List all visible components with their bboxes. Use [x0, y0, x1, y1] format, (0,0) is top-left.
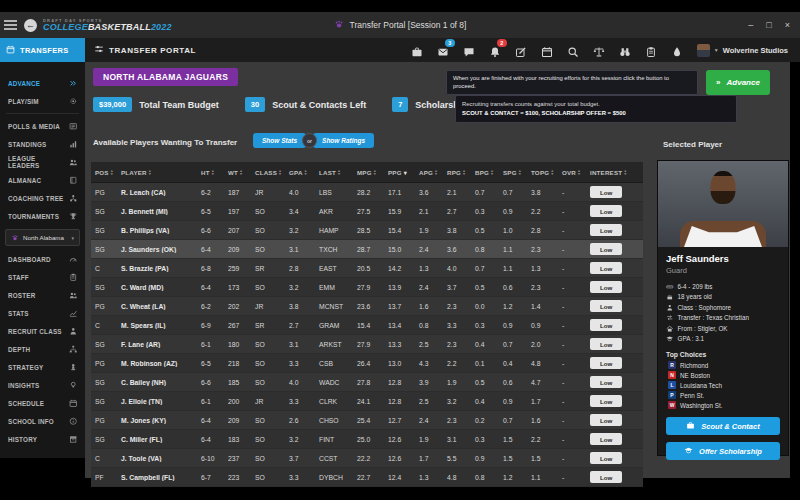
interest-button[interactable]: Low	[590, 452, 622, 464]
user-menu[interactable]: ▼ Wolverine Studios	[697, 44, 788, 57]
back-button[interactable]: ←	[24, 19, 37, 32]
interest-button[interactable]: Low	[590, 300, 622, 312]
column-header-ppg[interactable]: PPG▾	[384, 169, 415, 176]
binoculars-icon[interactable]	[619, 44, 631, 56]
offer-scholarship-button[interactable]: Offer Scholarship	[666, 442, 780, 460]
minimize-button[interactable]: –	[748, 20, 753, 30]
interest-button[interactable]: Low	[590, 433, 622, 445]
interest-button[interactable]: Low	[590, 471, 622, 483]
sidebar-item-play-sim[interactable]: PLAY/SIM	[0, 92, 85, 110]
player-row[interactable]: SGF. Lane (AR)6-1180SO3.1ARKST27.913.32.…	[91, 335, 643, 354]
search-icon[interactable]	[567, 44, 579, 56]
mail-icon[interactable]: 3	[437, 44, 449, 56]
chat-icon[interactable]	[463, 44, 475, 56]
show-ratings-button[interactable]: Show Ratings	[313, 133, 374, 148]
table-cell-apg: 2.4	[415, 246, 443, 253]
sidebar-item-tournaments[interactable]: TOURNAMENTS	[0, 207, 85, 225]
column-header-rpg[interactable]: RPG▴▾	[443, 169, 471, 176]
advance-button[interactable]: » Advance	[706, 70, 770, 95]
team-select-dropdown[interactable]: North Alabama▾	[5, 229, 80, 246]
player-row[interactable]: SGC. Miller (FL)6-4183SO3.2FINT25.012.61…	[91, 430, 643, 449]
column-header-bpg[interactable]: BPG▴▾	[471, 169, 499, 176]
sidebar-item-dashboard[interactable]: DASHBOARD	[0, 250, 85, 268]
briefcase-icon[interactable]	[411, 44, 423, 56]
player-row[interactable]: PGC. Wheat (LA)6-2202JR3.8MCNST23.613.71…	[91, 297, 643, 316]
budget-label: Scout & Contacts Left	[272, 100, 366, 110]
column-header-topg[interactable]: TOPG▴▾	[527, 169, 558, 176]
sidebar-item-almanac[interactable]: ALMANAC	[0, 171, 85, 189]
sidebar-item-polls-media[interactable]: POLLS & MEDIA	[0, 117, 85, 135]
interest-button[interactable]: Low	[590, 205, 622, 217]
player-row[interactable]: PFS. Campbell (FL)6-7223SO3.3DYBCH22.712…	[91, 468, 643, 487]
player-row[interactable]: SGC. Ward (MD)6-4173SO3.2EMM27.913.92.43…	[91, 278, 643, 297]
player-row[interactable]: SGJ. Bennett (MI)6-5197SO3.4AKR27.515.92…	[91, 202, 643, 221]
table-cell-ovr: -	[558, 246, 586, 253]
sidebar-item-coaching-tree[interactable]: COACHING TREE	[0, 189, 85, 207]
table-cell-mpg: 15.4	[353, 322, 384, 329]
interest-button[interactable]: Low	[590, 376, 622, 388]
sidebar-item-school-info[interactable]: SCHOOL INFO	[0, 412, 85, 430]
table-cell-player: C. Miller (FL)	[117, 436, 197, 443]
sidebar-item-advance[interactable]: ADVANCE	[0, 74, 85, 92]
player-row[interactable]: SGJ. Elloie (TN)6-1200JR3.3CLRK24.112.82…	[91, 392, 643, 411]
column-header-wt[interactable]: WT▴▾	[224, 169, 251, 176]
bell-icon[interactable]: 2	[489, 44, 501, 56]
interest-button[interactable]: Low	[590, 224, 622, 236]
show-stats-button[interactable]: Show Stats	[253, 133, 306, 148]
maximize-button[interactable]: □	[766, 20, 771, 30]
hamburger-menu-icon[interactable]	[4, 20, 17, 30]
calendar-icon[interactable]	[541, 44, 553, 56]
column-header-player[interactable]: PLAYER▴▾	[117, 169, 197, 176]
close-button[interactable]: ×	[785, 20, 790, 30]
sidebar-item-depth[interactable]: DEPTH	[0, 340, 85, 358]
column-header-class[interactable]: CLASS▴▾	[251, 169, 285, 176]
sidebar-item-standings[interactable]: STANDINGS	[0, 135, 85, 153]
sidebar-item-league-leaders[interactable]: LEAGUE LEADERS	[0, 153, 85, 171]
interest-button[interactable]: Low	[590, 281, 622, 293]
player-row[interactable]: CS. Brazzle (PA)6-8259SR2.8EAST20.514.21…	[91, 259, 643, 278]
scout-contact-button[interactable]: Scout & Contact	[666, 417, 780, 435]
scale-icon[interactable]	[593, 44, 605, 56]
chat-icon	[463, 46, 475, 58]
sidebar-item-schedule[interactable]: SCHEDULE	[0, 394, 85, 412]
interest-button[interactable]: Low	[590, 395, 622, 407]
gradcap-icon	[684, 446, 693, 457]
column-header-interest[interactable]: INTEREST▴▾	[586, 169, 643, 176]
interest-button[interactable]: Low	[590, 243, 622, 255]
column-header-mpg[interactable]: MPG▴▾	[353, 169, 384, 176]
clipboard-icon[interactable]	[645, 44, 657, 56]
sidebar-item-strategy[interactable]: STRATEGY	[0, 358, 85, 376]
player-row[interactable]: SGB. Phillips (VA)6-6207SO3.2HAMP28.515.…	[91, 221, 643, 240]
column-header-spg[interactable]: SPG▴▾	[499, 169, 527, 176]
player-row[interactable]: CM. Spears (IL)6-9267SR2.7GRAM15.413.40.…	[91, 316, 643, 335]
column-header-ht[interactable]: HT▴▾	[197, 169, 224, 176]
droplet-icon[interactable]	[671, 44, 683, 56]
interest-button[interactable]: Low	[590, 338, 622, 350]
table-cell-last: TXCH	[315, 246, 353, 253]
sidebar-item-roster[interactable]: ROSTER	[0, 286, 85, 304]
sidebar-item-staff[interactable]: STAFF	[0, 268, 85, 286]
column-header-pos[interactable]: POS▴▾	[91, 169, 117, 176]
player-row[interactable]: PGM. Robinson (AZ)6-5218SO3.3CSB26.413.0…	[91, 354, 643, 373]
sidebar-item-history[interactable]: HISTORY	[0, 430, 85, 448]
sidebar-item-insights[interactable]: INSIGHTS	[0, 376, 85, 394]
sidebar-item-stats[interactable]: STATS	[0, 304, 85, 322]
table-cell-ppg: 13.0	[384, 360, 415, 367]
player-row[interactable]: PGR. Leach (CA)6-2187JR4.0LBS28.217.13.6…	[91, 183, 643, 202]
sidebar-item-recruit-class[interactable]: RECRUIT CLASS	[0, 322, 85, 340]
player-row[interactable]: PGM. Jones (KY)6-4209SO2.6CHSO25.412.72.…	[91, 411, 643, 430]
interest-button[interactable]: Low	[590, 319, 622, 331]
interest-button[interactable]: Low	[590, 186, 622, 198]
interest-button[interactable]: Low	[590, 262, 622, 274]
player-row[interactable]: SGC. Bailey (NH)6-6185SO4.0WADC27.812.83…	[91, 373, 643, 392]
column-header-ovr[interactable]: OVR▴▾	[558, 169, 586, 176]
edit-icon[interactable]	[515, 44, 527, 56]
player-row[interactable]: SGJ. Saunders (OK)6-4209SO3.1TXCH28.715.…	[91, 240, 643, 259]
interest-button[interactable]: Low	[590, 414, 622, 426]
column-header-gpa[interactable]: GPA▴▾	[285, 169, 315, 176]
column-header-last[interactable]: LAST▴▾	[315, 169, 353, 176]
interest-button[interactable]: Low	[590, 357, 622, 369]
column-header-apg[interactable]: APG▴▾	[415, 169, 443, 176]
player-row[interactable]: CJ. Toole (VA)6-10237SO3.7CCST22.212.61.…	[91, 449, 643, 468]
table-cell-pos: PG	[91, 417, 117, 424]
